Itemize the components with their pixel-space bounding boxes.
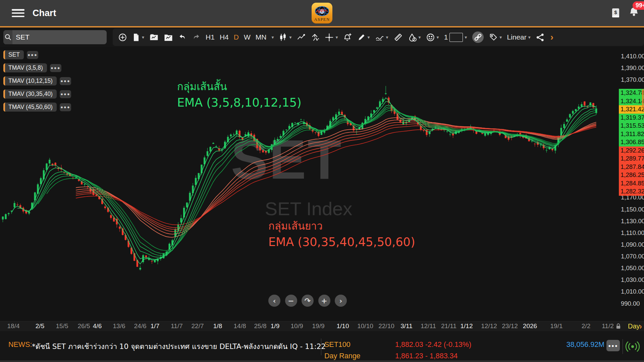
price-axis[interactable]: 990.001,010.001,030.001,050.001,070.001,… — [619, 47, 644, 321]
quote-book-icon[interactable]: $ — [611, 8, 621, 18]
measure-icon — [393, 33, 403, 42]
chevron-down-icon: ▾ — [142, 35, 144, 40]
timeframe-more-button[interactable]: ▾ — [271, 35, 274, 40]
ema-value-label: 1,286.25 — [619, 171, 644, 179]
timeframe-h4-button[interactable]: H4 — [220, 33, 229, 41]
magnifier-icon — [3, 30, 12, 44]
more-dots-icon[interactable]: ●●● — [606, 340, 620, 351]
draw-tools-button[interactable]: ▾ — [357, 33, 370, 42]
chevron-down-icon: ▾ — [437, 35, 439, 40]
chevron-down-icon: ▾ — [271, 35, 274, 40]
legend-item-2[interactable]: TMAV (10,12,15) — [3, 76, 57, 85]
emoji-tools-button[interactable]: ▾ — [426, 33, 439, 42]
date-tick: 22/10 — [378, 322, 394, 330]
indicator-legend: SET ●●●TMAV (3,5,8) ●●●TMAV (10,12,15) ●… — [3, 50, 71, 116]
new-chart-button[interactable]: ▾ — [132, 33, 144, 42]
chevron-down-icon: ▾ — [528, 35, 531, 40]
zoom-in-button[interactable] — [118, 33, 127, 42]
timeframe-d-button[interactable]: D — [234, 33, 239, 41]
date-tick: 19/1 — [550, 322, 563, 330]
open-chart-template-button[interactable] — [149, 33, 159, 42]
broadcast-icon[interactable] — [625, 339, 640, 354]
share-icon — [536, 33, 545, 42]
date-tick: 12/11 — [421, 322, 436, 330]
share-button[interactable] — [536, 33, 545, 42]
legend-options-button[interactable]: ●●● — [60, 77, 71, 85]
legend-options-button[interactable]: ●●● — [50, 64, 61, 72]
volume-value: 38,056.92M — [566, 341, 604, 349]
date-tick: 11/7 — [171, 322, 183, 330]
legend-item-3[interactable]: TMAV (30,35,40) — [3, 89, 57, 99]
alert-button[interactable] — [343, 33, 352, 42]
date-tick: 26/5 — [78, 322, 90, 330]
search-input[interactable] — [12, 33, 107, 41]
chart-type-button[interactable]: ▾ — [279, 33, 291, 42]
news-headline[interactable]: *ดัชนี SET ภาคเช้าร่วงกว่า 10 จุดตามต่าง… — [32, 341, 326, 352]
wave-tools-icon — [375, 33, 384, 42]
lock-icon — [616, 323, 621, 329]
aspen-logo: ASPEN — [312, 3, 332, 23]
price-tick: 1,030.00 — [621, 276, 644, 284]
date-tick: 22/7 — [192, 322, 204, 330]
price-tick: 1,110.00 — [621, 229, 644, 237]
period-label[interactable]: Day — [628, 322, 640, 330]
chevron-down-icon: ▾ — [465, 35, 467, 40]
auto-fit-icon — [311, 33, 320, 42]
chevron-down-icon: ▾ — [419, 35, 421, 40]
date-tick: 2/5 — [36, 322, 44, 330]
auto-fit-button[interactable] — [311, 33, 320, 42]
pan-left-button[interactable]: ‹ — [268, 295, 280, 307]
legend-item-4[interactable]: TMAV (45,50,60) — [3, 103, 57, 112]
axis-overflow-chevron[interactable]: › — [639, 322, 642, 331]
date-tick: 1/9 — [271, 322, 279, 330]
symbol-search[interactable] — [3, 30, 107, 44]
wave-tools-button[interactable]: ▾ — [375, 33, 388, 42]
chart-area[interactable]: SET SET Index SET ●●●TMAV (3,5,8) ●●●TMA… — [0, 47, 644, 321]
pan-right-button[interactable]: › — [335, 295, 347, 307]
reset-view-button[interactable]: ↷ — [302, 295, 314, 307]
scale-type-button[interactable]: Linear▾ — [507, 33, 530, 41]
chart-toolbar: ▾H1H4DWMN▾▾▾▾▾▾▾1▾▾Linear▾› — [113, 28, 644, 46]
ema-value-label: 1,289.77 — [619, 155, 644, 163]
layout-count-button[interactable]: 1▾ — [444, 33, 467, 42]
timeframe-w-button[interactable]: W — [244, 33, 251, 41]
date-tick: 2/2 — [582, 322, 590, 330]
measure-button[interactable] — [393, 33, 403, 42]
date-tick: 11/2 — [602, 322, 614, 330]
chevron-down-icon: ▾ — [386, 35, 388, 40]
chevron-down-icon: ▾ — [499, 35, 502, 40]
news-bar: NEWS: *ดัชนี SET ภาคเช้าร่วงกว่า 10 จุดต… — [0, 331, 644, 362]
date-tick: 19/9 — [312, 322, 325, 330]
legend-item-0[interactable]: SET — [3, 50, 24, 59]
date-axis[interactable]: Day › 18/42/515/526/54/613/624/61/711/72… — [0, 321, 644, 331]
zoom-out-button[interactable]: − — [285, 295, 297, 307]
link-charts-button[interactable] — [472, 31, 484, 43]
save-chart-button[interactable] — [164, 33, 173, 42]
compare-line-button[interactable] — [297, 33, 306, 42]
legend-item-1[interactable]: TMAV (3,5,8) — [3, 63, 47, 72]
timeframe-h1-button[interactable]: H1 — [206, 33, 215, 41]
undo-button[interactable] — [178, 33, 187, 41]
timeframe-mn-button[interactable]: MN — [256, 33, 267, 41]
crosshair-button[interactable]: ▾ — [325, 33, 338, 42]
date-tick: 21/11 — [441, 322, 457, 330]
shape-tools-button[interactable]: ▾ — [408, 33, 421, 42]
tag-tool-button[interactable]: ▾ — [489, 33, 502, 42]
zoom-in-chart-button[interactable]: + — [318, 295, 330, 307]
menu-icon[interactable] — [12, 9, 24, 17]
ema-value-label: 1,315.53 — [619, 122, 644, 130]
axis-scroll-indicator[interactable] — [642, 89, 644, 108]
redo-button[interactable] — [192, 33, 201, 41]
legend-options-button[interactable]: ●●● — [60, 103, 71, 111]
candlestick-chart[interactable] — [0, 47, 619, 322]
legend-options-button[interactable]: ●●● — [60, 90, 71, 98]
legend-options-button[interactable]: ●●● — [27, 51, 38, 59]
price-tick: 1,410.00 — [621, 53, 644, 60]
annotation-long-ema: กลุ่มเส้นยาว EMA (30,35,40,45,50,60) — [268, 219, 415, 251]
save-chart-icon — [164, 33, 173, 42]
toolbar-overflow-button[interactable]: › — [550, 32, 553, 43]
chevron-down-icon: ▾ — [289, 35, 291, 40]
date-tick: 18/4 — [7, 322, 20, 330]
ema-value-label: 1,306.85 — [619, 138, 644, 146]
date-tick: 3/11 — [400, 322, 413, 330]
